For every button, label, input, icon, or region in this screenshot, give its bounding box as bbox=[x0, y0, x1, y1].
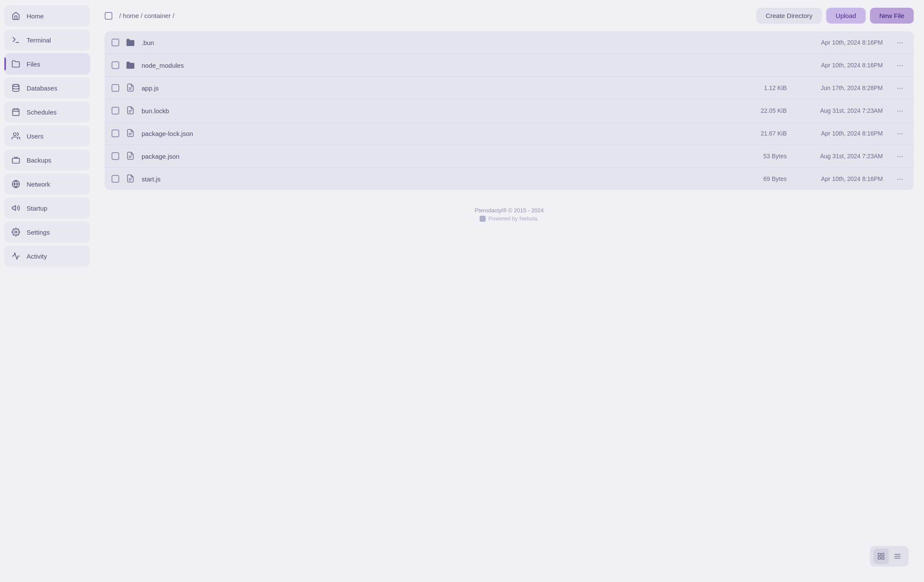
file-date: Jun 17th, 2024 8:28PM bbox=[801, 84, 883, 91]
file-more-button[interactable]: ··· bbox=[893, 152, 907, 161]
backups-icon bbox=[11, 155, 21, 165]
file-name: package-lock.json bbox=[142, 130, 742, 137]
file-checkbox[interactable] bbox=[112, 152, 119, 160]
copyright-text: Pterodactyl® © 2015 - 2024 bbox=[105, 207, 914, 214]
powered-by: Powered by Nebula. bbox=[105, 215, 914, 222]
file-name: app.js bbox=[142, 84, 742, 92]
file-size: 21.67 KiB bbox=[748, 130, 787, 137]
select-all-checkbox[interactable] bbox=[105, 12, 112, 20]
folder-icon bbox=[125, 37, 136, 48]
svg-rect-24 bbox=[878, 557, 880, 559]
svg-rect-2 bbox=[13, 109, 19, 115]
folder-icon bbox=[125, 60, 136, 70]
sidebar-item-backups[interactable]: Backups bbox=[4, 149, 90, 171]
home-icon bbox=[11, 11, 21, 21]
sidebar-item-network[interactable]: Network bbox=[4, 173, 90, 195]
sidebar-item-terminal[interactable]: Terminal bbox=[4, 29, 90, 51]
sidebar-item-activity[interactable]: Activity bbox=[4, 245, 90, 267]
activity-icon bbox=[11, 251, 21, 261]
table-row[interactable]: start.js 69 Bytes Apr 10th, 2024 8:16PM … bbox=[105, 168, 914, 190]
file-more-button[interactable]: ··· bbox=[893, 175, 907, 184]
file-size: 1.12 KiB bbox=[748, 84, 787, 91]
sidebar-item-databases-label: Databases bbox=[27, 84, 57, 92]
file-icon bbox=[125, 151, 136, 161]
file-checkbox[interactable] bbox=[112, 130, 119, 137]
file-more-button[interactable]: ··· bbox=[893, 84, 907, 93]
upload-button[interactable]: Upload bbox=[826, 8, 866, 24]
svg-point-6 bbox=[13, 133, 16, 136]
users-icon bbox=[11, 131, 21, 141]
table-row[interactable]: app.js 1.12 KiB Jun 17th, 2024 8:28PM ··… bbox=[105, 77, 914, 100]
globe-icon bbox=[11, 179, 21, 189]
file-icon bbox=[125, 83, 136, 93]
file-name: package.json bbox=[142, 153, 742, 160]
startup-icon bbox=[11, 203, 21, 213]
sidebar-item-activity-label: Activity bbox=[27, 253, 47, 260]
svg-rect-7 bbox=[12, 158, 20, 163]
file-checkbox[interactable] bbox=[112, 39, 119, 46]
nebula-icon bbox=[480, 216, 486, 222]
file-date: Aug 31st, 2024 7:23AM bbox=[801, 153, 883, 160]
footer: Pterodactyl® © 2015 - 2024 Powered by Ne… bbox=[105, 207, 914, 222]
new-file-button[interactable]: New File bbox=[870, 8, 914, 24]
sidebar-item-files-label: Files bbox=[27, 60, 40, 68]
folder-icon bbox=[11, 59, 21, 69]
main-content: / home / container / Create Directory Up… bbox=[94, 0, 924, 582]
list-view-button[interactable] bbox=[890, 549, 905, 564]
sidebar-item-files[interactable]: Files bbox=[4, 53, 90, 75]
file-list: .bun Apr 10th, 2024 8:16PM ··· node_modu… bbox=[105, 31, 914, 190]
file-checkbox[interactable] bbox=[112, 107, 119, 115]
file-more-button[interactable]: ··· bbox=[893, 61, 907, 70]
table-row[interactable]: .bun Apr 10th, 2024 8:16PM ··· bbox=[105, 31, 914, 54]
file-date: Aug 31st, 2024 7:23AM bbox=[801, 107, 883, 114]
file-size: 69 Bytes bbox=[748, 175, 787, 182]
svg-point-11 bbox=[15, 231, 17, 233]
sidebar-item-schedules[interactable]: Schedules bbox=[4, 101, 90, 123]
header-bar: / home / container / Create Directory Up… bbox=[105, 8, 914, 24]
table-row[interactable]: bun.lockb 22.05 KiB Aug 31st, 2024 7:23A… bbox=[105, 100, 914, 122]
file-icon bbox=[125, 174, 136, 184]
table-row[interactable]: node_modules Apr 10th, 2024 8:16PM ··· bbox=[105, 54, 914, 77]
svg-rect-22 bbox=[878, 553, 880, 555]
file-name: .bun bbox=[142, 39, 742, 46]
svg-rect-23 bbox=[882, 553, 884, 555]
create-directory-button[interactable]: Create Directory bbox=[756, 8, 822, 24]
table-row[interactable]: package-lock.json 21.67 KiB Apr 10th, 20… bbox=[105, 122, 914, 145]
file-date: Apr 10th, 2024 8:16PM bbox=[801, 39, 883, 46]
file-checkbox[interactable] bbox=[112, 84, 119, 92]
sidebar-item-users[interactable]: Users bbox=[4, 125, 90, 147]
file-icon bbox=[125, 106, 136, 116]
sidebar-item-settings-label: Settings bbox=[27, 229, 50, 236]
sidebar-item-settings[interactable]: Settings bbox=[4, 221, 90, 243]
breadcrumb: / home / container / bbox=[119, 12, 749, 19]
sidebar-item-schedules-label: Schedules bbox=[27, 109, 57, 116]
file-size: 22.05 KiB bbox=[748, 107, 787, 114]
svg-rect-25 bbox=[882, 557, 884, 559]
file-name: node_modules bbox=[142, 62, 742, 69]
sidebar-item-home[interactable]: Home bbox=[4, 5, 90, 27]
terminal-icon bbox=[11, 35, 21, 45]
file-name: bun.lockb bbox=[142, 107, 742, 115]
file-more-button[interactable]: ··· bbox=[893, 106, 907, 115]
table-row[interactable]: package.json 53 Bytes Aug 31st, 2024 7:2… bbox=[105, 145, 914, 168]
sidebar-item-users-label: Users bbox=[27, 133, 43, 140]
sidebar-item-startup[interactable]: Startup bbox=[4, 197, 90, 219]
sidebar-item-startup-label: Startup bbox=[27, 205, 47, 212]
gear-icon bbox=[11, 227, 21, 237]
file-more-button[interactable]: ··· bbox=[893, 129, 907, 138]
file-icon bbox=[125, 128, 136, 139]
svg-marker-10 bbox=[12, 205, 16, 211]
file-more-button[interactable]: ··· bbox=[893, 38, 907, 47]
file-date: Apr 10th, 2024 8:16PM bbox=[801, 130, 883, 137]
powered-text: Powered by Nebula. bbox=[488, 215, 538, 222]
file-checkbox[interactable] bbox=[112, 61, 119, 69]
header-buttons: Create Directory Upload New File bbox=[756, 8, 914, 24]
file-size: 53 Bytes bbox=[748, 153, 787, 160]
file-checkbox[interactable] bbox=[112, 175, 119, 183]
sidebar-item-databases[interactable]: Databases bbox=[4, 77, 90, 99]
file-date: Apr 10th, 2024 8:16PM bbox=[801, 175, 883, 182]
grid-view-button[interactable] bbox=[873, 549, 889, 564]
sidebar: Home Terminal Files Databases bbox=[0, 0, 94, 582]
calendar-icon bbox=[11, 107, 21, 117]
sidebar-item-terminal-label: Terminal bbox=[27, 36, 51, 44]
